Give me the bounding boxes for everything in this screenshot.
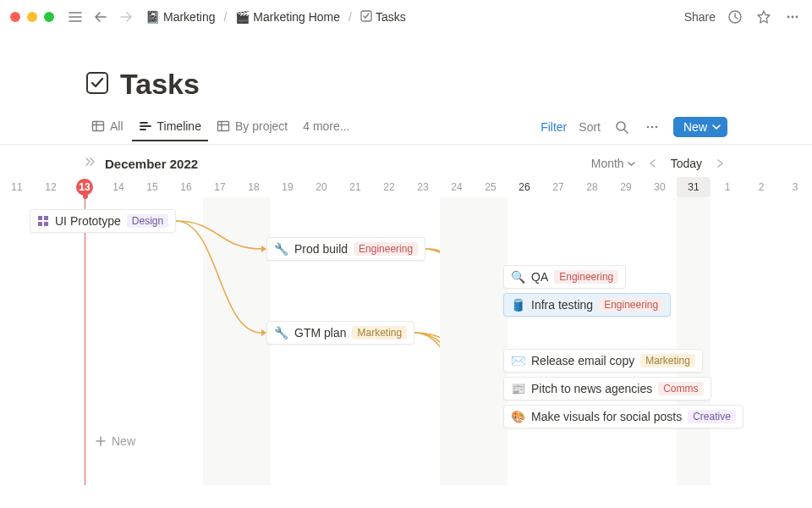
day-header-cell: 23 [406, 177, 440, 197]
more-views-button[interactable]: 4 more... [296, 113, 356, 141]
day-header-cell: 2 [744, 177, 778, 197]
day-header-cell: 26 [508, 177, 541, 197]
breadcrumb-item[interactable]: Tasks [357, 8, 409, 27]
task-card[interactable]: UI PrototypeDesign [30, 209, 176, 233]
task-tag: Marketing [352, 326, 407, 340]
filter-button[interactable]: Filter [540, 120, 567, 134]
task-icon: ✉️ [511, 354, 525, 367]
day-header-cell: 1 [710, 177, 744, 197]
expand-sidebar-icon[interactable] [85, 156, 96, 171]
day-header-cell: 18 [237, 177, 271, 197]
breadcrumb-label: Tasks [376, 10, 406, 24]
task-title: GTM plan [294, 326, 346, 340]
task-tag: Engineering [554, 270, 618, 284]
task-icon: 🎨 [511, 410, 525, 423]
task-title: Infra testing [531, 298, 593, 312]
svg-rect-14 [38, 222, 42, 226]
svg-rect-12 [38, 216, 42, 220]
task-title: Pitch to news agencies [531, 382, 652, 395]
search-icon[interactable] [612, 118, 631, 136]
day-header-cell: 21 [338, 177, 372, 197]
day-header-cell: 17 [203, 177, 237, 197]
month-label: December 2022 [105, 157, 198, 171]
svg-rect-6 [93, 122, 104, 131]
sidebar-toggle-icon[interactable] [66, 8, 85, 26]
breadcrumb-separator: / [348, 10, 352, 24]
history-icon[interactable] [726, 8, 744, 26]
timeline-canvas[interactable]: UI PrototypeDesign🔧Prod buildEngineering… [0, 197, 812, 485]
task-tag: Engineering [354, 242, 418, 256]
task-tag: Design [127, 214, 168, 228]
forward-button[interactable] [117, 8, 135, 26]
task-tag: Marketing [640, 354, 695, 367]
view-tab[interactable]: Timeline [132, 113, 208, 141]
task-title: Release email copy [531, 354, 634, 367]
task-card[interactable]: 🔧GTM planMarketing [266, 321, 414, 345]
day-header-cell: 27 [541, 177, 575, 197]
view-tab[interactable]: By project [210, 113, 294, 141]
breadcrumb-separator: / [223, 10, 227, 24]
day-header-cell: 29 [609, 177, 643, 197]
star-icon[interactable] [754, 8, 773, 26]
svg-point-2 [787, 16, 790, 19]
day-header-cell: 22 [372, 177, 406, 197]
share-button[interactable]: Share [684, 10, 716, 24]
chevron-down-icon [712, 123, 721, 131]
breadcrumb-emoji [360, 10, 372, 25]
view-tab[interactable]: All [85, 113, 130, 141]
day-header-cell: 25 [474, 177, 508, 197]
svg-point-11 [656, 125, 658, 128]
task-card[interactable]: ✉️Release email copyMarketing [503, 349, 703, 373]
page-title[interactable]: Tasks [120, 68, 200, 101]
day-header-cell: 3 [778, 177, 812, 197]
new-row-label: New [112, 434, 135, 448]
breadcrumb-item[interactable]: 🎬Marketing Home [232, 8, 343, 26]
prev-period-button[interactable] [645, 153, 661, 174]
window-controls[interactable] [10, 12, 54, 22]
task-tag: Creative [688, 410, 736, 423]
new-button-label: New [683, 120, 707, 134]
day-header-cell: 28 [575, 177, 609, 197]
breadcrumb-label: Marketing [163, 10, 215, 24]
new-task-button[interactable]: New [95, 434, 135, 448]
next-period-button[interactable] [712, 153, 727, 174]
task-card[interactable]: 🛢️Infra testingEngineering [503, 293, 671, 317]
back-button[interactable] [91, 8, 110, 26]
task-card[interactable]: 📰Pitch to news agenciesComms [503, 377, 711, 400]
svg-point-4 [796, 16, 798, 19]
today-button[interactable]: Today [671, 157, 702, 170]
sort-button[interactable]: Sort [579, 120, 601, 134]
task-card[interactable]: 🎨Make visuals for social postsCreative [503, 405, 743, 428]
maximize-window-icon[interactable] [44, 12, 54, 22]
day-header-cell: 24 [440, 177, 474, 197]
task-title: QA [531, 270, 548, 284]
svg-rect-7 [217, 122, 228, 131]
day-header-cell: 20 [304, 177, 338, 197]
page-icon[interactable] [85, 70, 110, 99]
range-mode-select[interactable]: Month [591, 157, 635, 170]
day-header-cell: 31 [677, 177, 710, 197]
range-mode-label: Month [591, 157, 624, 170]
plus-icon [95, 435, 107, 447]
day-header-cell: 11 [0, 177, 34, 197]
task-title: Prod build [294, 242, 348, 256]
task-card[interactable]: 🔍QAEngineering [503, 265, 626, 289]
breadcrumb-item[interactable]: 📓Marketing [142, 8, 218, 26]
new-button[interactable]: New [673, 117, 727, 137]
task-card[interactable]: 🔧Prod buildEngineering [266, 237, 425, 261]
task-icon: 🔧 [274, 242, 288, 256]
view-options-icon[interactable] [643, 118, 661, 136]
chevron-down-icon [628, 160, 635, 168]
more-menu-icon[interactable] [783, 8, 802, 26]
minimize-window-icon[interactable] [27, 12, 37, 22]
view-tab-label: By project [235, 119, 288, 133]
day-header-cell: 15 [135, 177, 169, 197]
breadcrumb-label: Marketing Home [253, 10, 340, 24]
close-window-icon[interactable] [10, 12, 20, 22]
weekend-band [677, 197, 710, 485]
day-header-cell: 19 [271, 177, 304, 197]
weekend-band [203, 197, 271, 485]
day-header-cell: 13 [76, 179, 93, 196]
view-tab-label: Timeline [157, 119, 201, 133]
weekend-band [440, 197, 508, 485]
